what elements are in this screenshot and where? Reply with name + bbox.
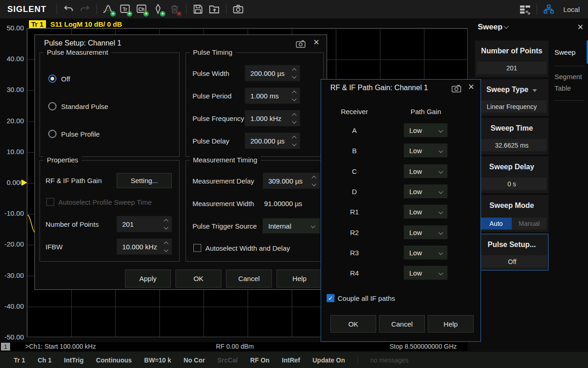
channel-power-label: RF 0.00 dBm xyxy=(216,343,254,350)
chevron-down-icon xyxy=(439,250,443,255)
sidebar-sweep-time[interactable]: Sweep Time 32.6625 ms xyxy=(475,118,548,155)
add-marker-icon[interactable]: + xyxy=(150,1,166,17)
gain-r3-select[interactable]: Low xyxy=(404,246,447,259)
status-channel[interactable]: Ch 1 xyxy=(38,356,51,364)
undo-icon[interactable] xyxy=(60,1,77,17)
ok-button[interactable]: OK xyxy=(175,270,221,288)
status-continuous[interactable]: Continuous xyxy=(96,356,132,364)
gain-r1-select[interactable]: Low xyxy=(404,205,447,218)
ifbw-value: 10.000 kHz xyxy=(117,243,164,251)
add-channel-icon[interactable]: Ch + xyxy=(133,1,150,17)
spinner-arrows-icon[interactable] xyxy=(164,219,172,229)
pulse-delay-input[interactable]: 200.000 µs xyxy=(245,133,300,149)
status-trace[interactable]: Tr 1 xyxy=(14,356,25,364)
toolbar-separator xyxy=(57,4,57,15)
sweep-delay-value-field[interactable]: 0 s xyxy=(477,178,547,190)
redo-icon[interactable] xyxy=(77,1,93,17)
pulse-width-input[interactable]: 200.000 µs xyxy=(245,65,300,81)
status-bandwidth[interactable]: BW=10 k xyxy=(144,356,171,364)
spinner-arrows-icon[interactable] xyxy=(293,69,300,78)
trace-badge[interactable]: Tr 1 xyxy=(29,20,46,28)
setting-button[interactable]: Setting... xyxy=(117,173,172,188)
delete-icon[interactable]: ✕ xyxy=(166,1,183,17)
sweep-time-value-field[interactable]: 32.6625 ms xyxy=(477,139,547,151)
trace-detail: S11 LogM 10 dB/ 0 dB xyxy=(51,20,122,28)
cancel-button[interactable]: Cancel xyxy=(226,270,272,288)
pulse-frequency-input[interactable]: 1.000 kHz xyxy=(245,110,300,126)
sweep-mode-auto-toggle[interactable]: Auto xyxy=(481,218,512,230)
cancel-button[interactable]: Cancel xyxy=(379,315,425,333)
points-input[interactable]: 201 xyxy=(117,216,172,232)
status-correction[interactable]: No Cor xyxy=(184,356,205,364)
status-trigger[interactable]: IntTrig xyxy=(64,356,84,364)
pulse-width-label: Pulse Width xyxy=(192,69,229,77)
sidebar-number-of-points[interactable]: Number of Points 201 xyxy=(475,40,548,77)
gain-c-value: Low xyxy=(404,167,439,175)
gain-r2-select[interactable]: Low xyxy=(404,225,447,239)
trigger-source-select[interactable]: Internal xyxy=(263,218,320,234)
sidebar-close-icon[interactable]: × xyxy=(577,21,583,33)
add-trace-tr-icon[interactable]: Tr + xyxy=(117,1,133,17)
status-ref[interactable]: IntRef xyxy=(282,356,300,364)
dialog-screenshot-icon[interactable] xyxy=(296,40,305,50)
autoselect-profile-checkbox[interactable] xyxy=(46,198,54,206)
chevron-down-icon[interactable] xyxy=(503,23,509,29)
points-value-field[interactable]: 201 xyxy=(477,62,547,74)
measurement-delay-input[interactable]: 309.000 µs xyxy=(263,173,320,189)
add-trace-icon[interactable]: + xyxy=(100,1,117,17)
radio-off[interactable] xyxy=(48,75,57,83)
gain-a-select[interactable]: Low xyxy=(404,123,447,137)
ok-button[interactable]: OK xyxy=(330,315,376,333)
pulse-width-value: 200.000 µs xyxy=(245,69,293,77)
gain-b-select[interactable]: Low xyxy=(404,144,447,157)
pulse-setup-value-field[interactable]: Off xyxy=(477,255,547,268)
lan-network-icon[interactable] xyxy=(540,1,557,17)
local-mode-label[interactable]: Local xyxy=(563,6,580,13)
sweep-mode-manual-toggle[interactable]: Manual xyxy=(512,218,547,230)
sidebar-sweep-type[interactable]: Sweep Type Linear Frequency xyxy=(475,79,548,116)
tab-sweep[interactable]: Sweep xyxy=(554,48,576,56)
close-icon[interactable]: × xyxy=(468,81,474,92)
section-title: Pulse Setup... xyxy=(475,241,548,249)
status-update[interactable]: Update On xyxy=(312,356,345,364)
radio-standard-pulse[interactable] xyxy=(48,102,57,110)
couple-if-paths-checkbox[interactable] xyxy=(327,294,334,302)
status-srccal[interactable]: SrcCal xyxy=(217,356,237,364)
gain-r4-select[interactable]: Low xyxy=(404,266,447,280)
sidebar-sweep-mode[interactable]: Sweep Mode Auto Manual xyxy=(475,195,548,232)
reference-level-marker-icon[interactable] xyxy=(22,179,27,186)
gain-b-value: Low xyxy=(404,147,439,155)
spinner-arrows-icon[interactable] xyxy=(293,136,300,145)
window-layout-icon[interactable] xyxy=(517,1,533,17)
svg-text:Tr: Tr xyxy=(123,7,127,12)
spinner-arrows-icon[interactable] xyxy=(164,242,172,251)
autoselect-width-checkbox[interactable] xyxy=(193,244,201,252)
apply-button[interactable]: Apply xyxy=(125,270,171,288)
radio-pulse-profile[interactable] xyxy=(48,130,57,138)
status-bar: Tr 1 Ch 1 IntTrig Continuous BW=10 k No … xyxy=(0,352,588,368)
help-button[interactable]: Help xyxy=(277,270,322,288)
spinner-arrows-icon[interactable] xyxy=(293,114,300,123)
pulse-timing-group: Pulse Timing Pulse Width 200.000 µs Puls… xyxy=(186,52,324,157)
sweep-type-value-field[interactable]: Linear Frequency xyxy=(477,100,547,113)
help-button[interactable]: Help xyxy=(428,315,474,333)
pulse-period-input[interactable]: 1.000 ms xyxy=(245,88,300,104)
open-file-icon[interactable] xyxy=(206,1,223,17)
sidebar-sweep-delay[interactable]: Sweep Delay 0 s xyxy=(475,156,548,193)
channel-number-badge[interactable]: 1 xyxy=(1,343,10,351)
spinner-arrows-icon[interactable] xyxy=(312,176,320,185)
status-rf[interactable]: RF On xyxy=(250,356,270,364)
sidebar-pulse-setup[interactable]: Pulse Setup... Off xyxy=(475,234,548,270)
gain-c-select[interactable]: Low xyxy=(404,164,447,178)
sidebar-title[interactable]: Sweep xyxy=(478,23,503,32)
screenshot-icon[interactable] xyxy=(230,1,246,17)
ifbw-input[interactable]: 10.000 kHz xyxy=(117,239,172,255)
tab-segment-table[interactable]: Segment Table xyxy=(554,71,588,94)
spinner-arrows-icon[interactable] xyxy=(293,91,300,100)
dialog-screenshot-icon[interactable] xyxy=(452,85,461,94)
save-icon[interactable] xyxy=(190,1,206,17)
trace-info-bar[interactable]: Tr 1 S11 LogM 10 dB/ 0 dB xyxy=(29,20,122,28)
close-icon[interactable]: × xyxy=(313,37,319,48)
pulse-period-label: Pulse Period xyxy=(192,92,232,100)
gain-d-select[interactable]: Low xyxy=(404,184,447,198)
